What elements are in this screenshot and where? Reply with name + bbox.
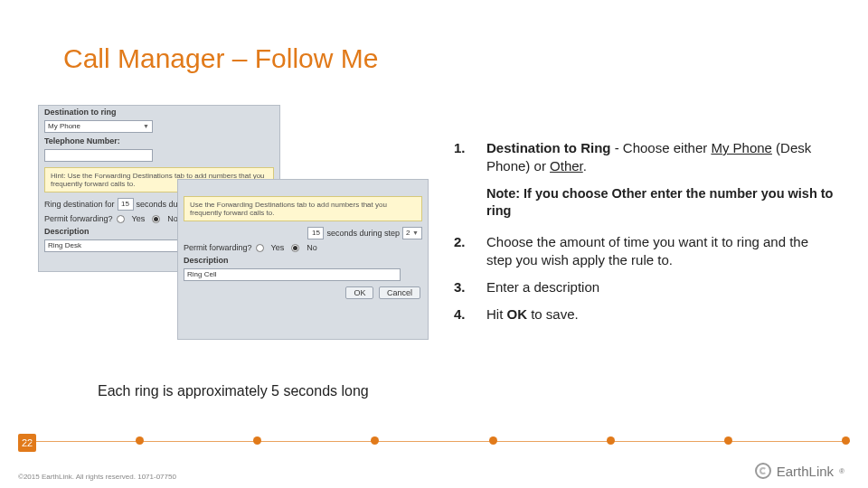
footer-dots [18,436,850,445]
permit-yes-text: Yes [132,214,146,223]
step-4-pre: Hit [486,306,507,322]
ring-step-select-front[interactable]: 2 [402,227,422,239]
cancel-button-front[interactable]: Cancel [379,286,420,299]
step-number: 4. [454,305,486,324]
permit-no-text-front: No [307,243,317,252]
dialog-screenshot-front: Use the Forwarding Destinations tab to a… [177,179,429,340]
step-number: 1. [454,139,486,176]
permit-no-radio[interactable] [152,215,160,223]
earthlink-icon [755,463,771,479]
dot-icon [724,436,732,445]
slide-footer: 22 ©2015 EarthLink. All rights reserved.… [0,434,868,488]
hint-box-front: Use the Forwarding Destinations tab to a… [184,196,422,221]
step-1-tail: . [583,158,587,174]
permit-label-front: Permit forwarding? [184,243,252,252]
dot-icon [607,436,615,445]
step-4-tail: to save. [527,306,579,322]
dot-icon [253,436,261,445]
telephone-input[interactable] [44,149,153,162]
timing-note: Each ring is approximately 5 seconds lon… [98,383,369,399]
permit-yes-radio-front[interactable] [256,244,264,252]
permit-yes-radio[interactable] [117,215,125,223]
slide-title: Call Manager – Follow Me [63,43,378,74]
description-label-front: Description [184,256,229,265]
ring-seconds-input-front[interactable]: 15 [307,227,324,239]
step-2: 2. Choose the amount of time you want it… [454,233,834,270]
step-4-bold: OK [507,306,528,322]
instruction-list: 1. Destination to Ring - Choose either M… [454,139,834,333]
dot-icon [371,436,379,445]
permit-no-radio-front[interactable] [291,244,299,252]
step-3-text: Enter a description [486,278,834,296]
permit-yes-text-front: Yes [271,243,285,252]
telephone-label: Telephone Number: [44,136,120,145]
dot-icon [136,436,144,445]
step-note: Note: If you choose Other enter the numb… [486,185,834,221]
dot-icon [842,436,850,445]
permit-no-text: No [167,214,178,223]
step-3: 3. Enter a description [454,278,834,296]
step-1-bold: Destination to Ring [486,140,615,155]
ok-button-front[interactable]: OK [345,286,373,299]
step-1: 1. Destination to Ring - Choose either M… [454,139,834,176]
brand-name: EarthLink [777,464,834,479]
step-1-mid: - Choose either [615,140,712,155]
ring-prefix: Ring destination for [44,200,115,209]
ring-seconds-input[interactable]: 15 [118,198,134,211]
step-1-opt2: Other [550,158,583,174]
permit-label: Permit forwarding? [44,214,113,223]
description-input-front[interactable]: Ring Cell [184,268,401,281]
description-label: Description [44,227,90,236]
dot-icon [489,436,497,445]
step-4: 4. Hit OK to save. [454,305,834,324]
destination-select[interactable]: My Phone [44,120,153,133]
step-number: 3. [454,278,486,296]
step-number: 2. [454,233,486,270]
destination-label: Destination to ring [44,108,117,117]
brand-logo: EarthLink® [755,463,844,479]
step-2-text: Choose the amount of time you want it to… [486,233,834,270]
ring-mid-front: seconds during step [326,229,400,238]
step-1-opt1: My Phone [711,140,772,155]
copyright-text: ©2015 EarthLink. All rights reserved. 10… [18,473,176,481]
